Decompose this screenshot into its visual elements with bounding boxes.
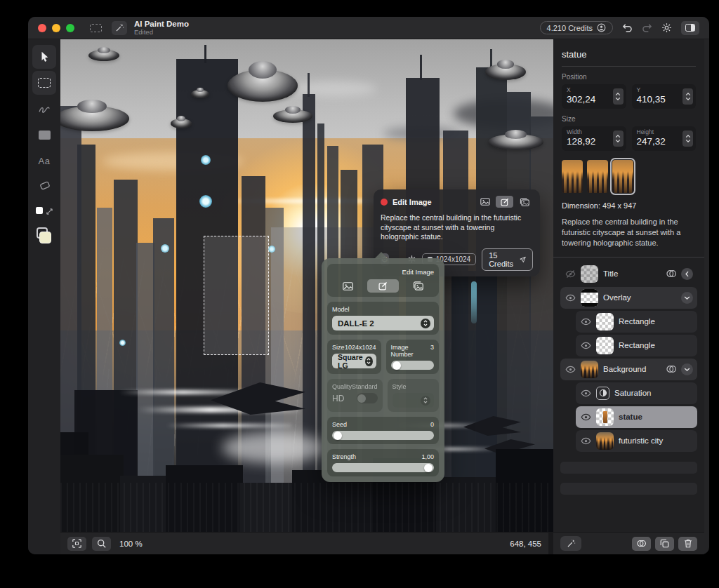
stroke-color-row[interactable] bbox=[32, 203, 56, 222]
seed-value: 0 bbox=[430, 421, 434, 428]
layers-panel: Title Overlay bbox=[553, 258, 704, 532]
seed-slider[interactable] bbox=[332, 431, 434, 440]
layer-row-title[interactable]: Title bbox=[560, 263, 697, 285]
submit-credits-button[interactable]: 15 Credits bbox=[482, 248, 533, 271]
swap-arrows-icon bbox=[46, 208, 53, 215]
seed-label: Seed bbox=[332, 421, 347, 428]
model-select[interactable]: DALL-E 2 bbox=[332, 316, 434, 330]
magic-wand-button[interactable] bbox=[112, 21, 127, 35]
layer-name: Saturation bbox=[614, 389, 651, 397]
layer-row-rectangle-1[interactable]: Rectangle bbox=[576, 311, 697, 333]
fit-to-screen-button[interactable] bbox=[67, 537, 86, 551]
marquee-tool[interactable] bbox=[32, 71, 56, 95]
slider-knob[interactable] bbox=[334, 432, 342, 440]
layer-name: Title bbox=[603, 269, 618, 278]
layer-row-futuristic-city[interactable]: futuristic city bbox=[576, 430, 697, 452]
x-stepper[interactable] bbox=[613, 88, 624, 105]
layer-name: Overlay bbox=[603, 293, 631, 302]
fill-color-well[interactable] bbox=[32, 225, 56, 249]
toggle-sidebar-button[interactable] bbox=[681, 21, 699, 35]
new-layer-button[interactable] bbox=[655, 537, 674, 551]
settings-button[interactable] bbox=[661, 22, 672, 33]
dimension-text: Dimension: 494 x 947 bbox=[562, 201, 696, 210]
layer-row-statue-selected[interactable]: statue bbox=[576, 406, 697, 428]
image-number-slider[interactable] bbox=[391, 361, 434, 370]
record-dot bbox=[381, 199, 388, 206]
layer-row-overlay[interactable]: Overlay bbox=[560, 287, 697, 309]
x-position-field[interactable]: X 302,24 bbox=[562, 84, 626, 109]
canvas-statusbar: 100 % 648, 455 bbox=[60, 532, 548, 554]
height-field[interactable]: Height 247,32 bbox=[632, 126, 697, 151]
width-stepper[interactable] bbox=[613, 131, 624, 147]
zoom-level[interactable]: 100 % bbox=[119, 540, 143, 548]
tool-palette: Aa bbox=[28, 39, 60, 554]
hd-toggle[interactable] bbox=[357, 393, 378, 403]
ai-wand-button[interactable] bbox=[560, 536, 581, 551]
zoom-window-button[interactable] bbox=[66, 24, 74, 32]
contrast-icon bbox=[596, 387, 609, 400]
style-select[interactable] bbox=[393, 393, 434, 408]
rectangle-tool[interactable] bbox=[32, 123, 56, 147]
variant-thumbnail-2[interactable] bbox=[587, 160, 608, 193]
redo-button[interactable] bbox=[642, 23, 652, 32]
undo-button[interactable] bbox=[622, 23, 633, 32]
strength-slider[interactable] bbox=[332, 463, 434, 472]
minimize-window-button[interactable] bbox=[52, 24, 60, 32]
add-mask-button[interactable] bbox=[632, 537, 651, 551]
visibility-icon[interactable] bbox=[565, 293, 576, 303]
layer-row-background[interactable]: Background bbox=[560, 359, 697, 380]
edit-image-tab[interactable] bbox=[496, 196, 513, 208]
selected-layer-title: statue bbox=[562, 49, 696, 60]
layer-row-rectangle-2[interactable]: Rectangle bbox=[576, 335, 697, 356]
visibility-off-icon[interactable] bbox=[565, 269, 576, 279]
ufo bbox=[191, 90, 209, 98]
layer-name: futuristic city bbox=[619, 436, 663, 445]
text-tool[interactable]: Aa bbox=[32, 149, 56, 173]
layer-inspector: statue Position X 302,24 Y 410,35 Size bbox=[553, 39, 704, 254]
generate-image-tab[interactable] bbox=[476, 196, 494, 208]
variations-tab[interactable] bbox=[515, 196, 533, 208]
variations-tab[interactable] bbox=[402, 279, 434, 293]
model-label: Model bbox=[332, 306, 350, 313]
mask-icon[interactable] bbox=[666, 269, 677, 278]
selection-rectangle[interactable] bbox=[204, 236, 269, 355]
marquee-icon[interactable] bbox=[90, 24, 102, 32]
pencil-tool[interactable] bbox=[32, 97, 56, 121]
credits-label: 4.210 Credits bbox=[547, 24, 593, 32]
layer-name: statue bbox=[619, 413, 642, 421]
edit-image-tab[interactable] bbox=[367, 279, 400, 293]
slider-knob[interactable] bbox=[424, 464, 433, 472]
image-number-value: 3 bbox=[430, 344, 434, 358]
y-position-field[interactable]: Y 410,35 bbox=[632, 84, 697, 109]
variant-thumbnail-3-selected[interactable] bbox=[612, 160, 633, 193]
expand-chevron-down[interactable] bbox=[681, 292, 693, 304]
visibility-icon[interactable] bbox=[580, 340, 591, 351]
collapse-chevron-left[interactable] bbox=[681, 268, 693, 280]
eraser-tool[interactable] bbox=[32, 175, 56, 199]
prompt-text[interactable]: Replace the central building in the futu… bbox=[381, 213, 533, 242]
delete-layer-button[interactable] bbox=[678, 537, 697, 551]
layer-thumbnail bbox=[596, 337, 614, 354]
width-field[interactable]: Width 128,92 bbox=[562, 126, 626, 151]
mask-icon[interactable] bbox=[666, 365, 677, 373]
layer-row-saturation[interactable]: Saturation bbox=[576, 382, 697, 404]
height-stepper[interactable] bbox=[682, 131, 693, 147]
generate-image-tab[interactable] bbox=[332, 279, 364, 293]
credits-pill[interactable]: 4.210 Credits bbox=[540, 21, 613, 34]
visibility-icon[interactable] bbox=[580, 412, 591, 422]
close-window-button[interactable] bbox=[38, 24, 46, 32]
quality-hd-label: HD bbox=[332, 394, 344, 403]
visibility-icon[interactable] bbox=[565, 364, 576, 375]
ufo bbox=[88, 50, 119, 61]
select-tool[interactable] bbox=[32, 45, 56, 69]
y-stepper[interactable] bbox=[682, 88, 693, 105]
visibility-icon[interactable] bbox=[580, 436, 591, 446]
zoom-tool-button[interactable] bbox=[92, 537, 111, 551]
size-select[interactable]: Square LG bbox=[332, 354, 376, 368]
canvas[interactable]: Edit Image Replace the central building … bbox=[60, 39, 553, 532]
expand-chevron-down[interactable] bbox=[681, 363, 693, 375]
slider-knob[interactable] bbox=[393, 361, 401, 370]
visibility-icon[interactable] bbox=[580, 316, 591, 327]
visibility-icon[interactable] bbox=[580, 388, 591, 399]
variant-thumbnail-1[interactable] bbox=[562, 160, 583, 193]
